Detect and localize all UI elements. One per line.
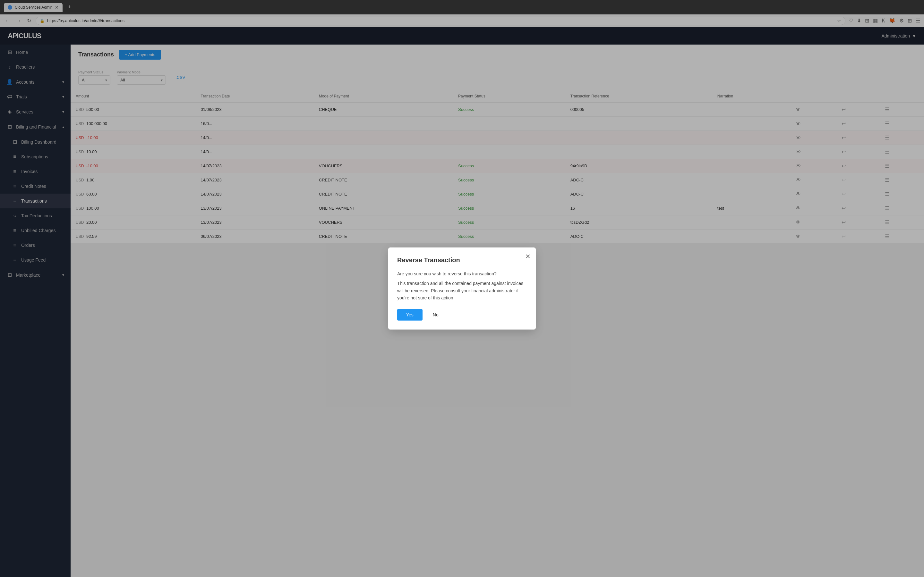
confirm-no-button[interactable]: No xyxy=(426,309,445,321)
modal-body: Are you sure you wish to reverse this tr… xyxy=(397,270,527,301)
modal-overlay[interactable]: Reverse Transaction ✕ Are you sure you w… xyxy=(0,0,924,577)
confirm-yes-button[interactable]: Yes xyxy=(397,309,423,321)
reverse-transaction-modal: Reverse Transaction ✕ Are you sure you w… xyxy=(388,247,536,330)
modal-line1: Are you sure you wish to reverse this tr… xyxy=(397,270,527,277)
modal-line2: This transaction and all the contained p… xyxy=(397,280,527,301)
modal-actions: Yes No xyxy=(397,309,527,321)
modal-close-button[interactable]: ✕ xyxy=(525,253,531,260)
modal-title: Reverse Transaction xyxy=(397,256,527,264)
